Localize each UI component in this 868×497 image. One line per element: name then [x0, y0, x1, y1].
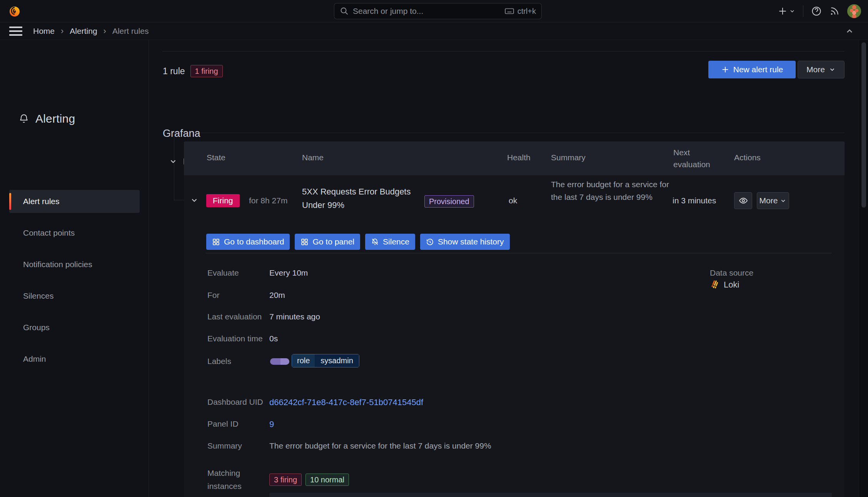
breadcrumb-separator: ›	[103, 26, 106, 36]
sidebar-item-groups[interactable]: Groups	[9, 316, 140, 339]
new-alert-rule-button[interactable]: New alert rule	[708, 61, 796, 78]
detail-label-for: For	[207, 291, 220, 300]
dashboard-uid-link[interactable]: d66242cf-71e8-417c-8ef7-51b0741545df	[269, 397, 423, 407]
column-header-state: State	[207, 153, 225, 162]
labels-label: Labels	[207, 357, 231, 366]
more-button-top[interactable]: More	[798, 61, 845, 78]
label-chip-role-sysadmin[interactable]: role sysadmin	[292, 354, 359, 367]
detail-value-last-evaluation: 7 minutes ago	[269, 312, 320, 321]
breadcrumb-current: Alert rules	[112, 27, 149, 36]
datasource-label: Data source	[710, 268, 753, 278]
rule-health: ok	[509, 196, 517, 205]
nav-divider	[803, 5, 803, 17]
top-nav-actions	[778, 0, 861, 22]
state-badge-firing: Firing	[206, 194, 240, 207]
menu-toggle-icon[interactable]	[9, 27, 22, 36]
label-color-pill[interactable]	[270, 358, 289, 365]
breadcrumb-home[interactable]: Home	[33, 27, 55, 36]
scrollbar[interactable]	[859, 40, 868, 497]
rules-table: State Name Health Summary Next evaluatio…	[184, 141, 845, 497]
datasource-name[interactable]: Loki	[724, 280, 739, 290]
panel-id-link[interactable]: 9	[269, 419, 274, 429]
scrollbar-thumb[interactable]	[861, 42, 866, 208]
help-button[interactable]	[811, 6, 822, 17]
search-icon	[340, 7, 349, 16]
user-avatar[interactable]	[847, 4, 861, 18]
namespace-title: Grafana	[163, 128, 200, 140]
add-new-button[interactable]	[778, 6, 795, 16]
summary-label: Summary	[207, 441, 242, 450]
breadcrumb-alerting[interactable]: Alerting	[70, 27, 97, 36]
details-divider	[206, 253, 831, 253]
rule-more-button[interactable]: More	[757, 192, 789, 209]
sidebar-item-contact-points[interactable]: Contact points	[9, 221, 140, 244]
matching-instances-badges: 3 firing 10 normal	[269, 474, 349, 486]
chevron-up-icon	[845, 27, 854, 36]
summary-value: The error budget for a service for the l…	[269, 441, 693, 450]
collapse-section-button[interactable]	[843, 25, 856, 37]
bell-slash-icon	[371, 238, 379, 246]
next-evaluation-value: in 3 minutes	[673, 196, 716, 205]
top-nav-bar: Search or jump to... ctrl+k	[0, 0, 868, 22]
detail-label-last-evaluation: Last evaluation	[207, 312, 262, 321]
show-state-history-button[interactable]: Show state history	[420, 234, 510, 250]
alerting-sidebar: Alerting Alert rules Contact points Noti…	[0, 40, 149, 497]
plus-icon	[721, 65, 729, 74]
history-icon	[426, 238, 434, 246]
bell-icon	[18, 113, 29, 124]
instances-table-header-partial	[269, 493, 832, 497]
firing-duration: for 8h 27m	[249, 196, 287, 205]
silence-button[interactable]: Silence	[365, 234, 415, 250]
row-provisioned-badge: Provisioned	[424, 195, 474, 208]
search-shortcut: ctrl+k	[504, 6, 536, 16]
alert-rules-content: 1 rule 1 firing New alert rule More Graf…	[149, 40, 859, 497]
view-rule-button[interactable]	[734, 192, 752, 209]
chevron-down-icon	[780, 198, 786, 204]
tree-guide-line	[174, 200, 184, 200]
tree-guide-line	[174, 133, 174, 200]
matching-firing-badge: 3 firing	[269, 474, 302, 486]
eye-icon	[739, 196, 748, 205]
chevron-down-icon	[829, 66, 836, 73]
column-header-next-evaluation: Next evaluation	[673, 146, 723, 170]
dashboard-uid-label: Dashboard UID	[207, 397, 263, 407]
go-to-dashboard-button[interactable]: Go to dashboard	[206, 234, 290, 250]
apps-grid-icon	[300, 238, 309, 246]
detail-value-for: 20m	[269, 291, 285, 300]
search-placeholder: Search or jump to...	[353, 7, 501, 16]
panel-id-label: Panel ID	[207, 419, 239, 429]
column-header-summary: Summary	[551, 153, 586, 162]
collapse-rule-row-icon[interactable]	[190, 196, 199, 204]
detail-label-evaluation-time: Evaluation time	[207, 334, 263, 343]
rule-action-buttons: Go to dashboard Go to panel Silence	[206, 234, 510, 250]
breadcrumb: Home › Alerting › Alert rules	[33, 26, 149, 36]
sidebar-item-silences[interactable]: Silences	[9, 284, 140, 308]
label-key: role	[292, 354, 315, 367]
sidebar-item-notification-policies[interactable]: Notification policies	[9, 253, 140, 276]
sidebar-item-alert-rules[interactable]: Alert rules	[9, 190, 140, 213]
breadcrumb-separator: ›	[61, 26, 63, 36]
sidebar-item-admin[interactable]: Admin	[9, 347, 140, 371]
grafana-logo-icon[interactable]	[8, 5, 21, 17]
column-header-name: Name	[302, 153, 324, 162]
loki-icon	[710, 280, 720, 290]
rule-count: 1 rule	[163, 66, 185, 76]
go-to-panel-button[interactable]: Go to panel	[295, 234, 360, 250]
news-icon[interactable]	[830, 6, 840, 16]
column-header-actions: Actions	[734, 153, 761, 162]
search-input[interactable]: Search or jump to... ctrl+k	[334, 3, 542, 19]
chevron-down-icon	[789, 8, 795, 14]
rule-name-link[interactable]: 5XX Requests Error Budgets Under 99%	[302, 185, 417, 212]
rule-summary-cell: The error budget for a service for the l…	[551, 178, 670, 203]
matching-normal-badge: 10 normal	[305, 474, 349, 486]
datasource-row: Loki	[710, 280, 739, 290]
table-header-row: State Name Health Summary Next evaluatio…	[184, 141, 845, 175]
firing-count-badge: 1 firing	[190, 65, 223, 77]
breadcrumb-bar: Home › Alerting › Alert rules	[0, 22, 868, 40]
chevron-down-icon[interactable]	[169, 157, 177, 166]
label-value: sysadmin	[315, 354, 359, 367]
grafana-app: Search or jump to... ctrl+k	[0, 0, 868, 497]
detail-value-evaluation-time: 0s	[269, 334, 278, 343]
apps-grid-icon	[212, 238, 220, 246]
matching-instances-label: Matching instances	[207, 467, 254, 493]
